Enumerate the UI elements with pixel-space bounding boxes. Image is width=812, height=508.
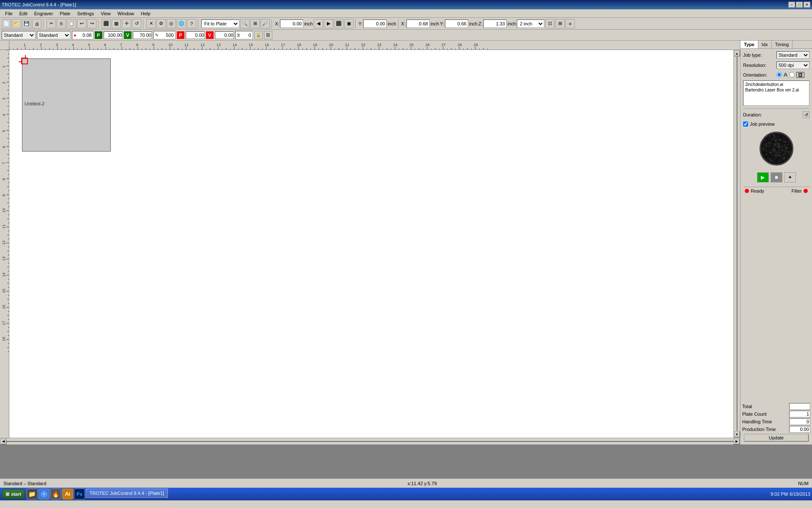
laser-button[interactable]: ◎ <box>167 19 176 28</box>
help-icon-button[interactable]: ? <box>187 19 196 28</box>
tab-idx[interactable]: Idx <box>758 41 772 48</box>
job-type-select[interactable]: Standard Optimized <box>776 51 809 59</box>
taskbar-firefox-icon[interactable]: 🔥 <box>50 489 61 500</box>
y2-label: Y: <box>440 21 444 26</box>
canvas-area[interactable]: Untitled-2 <box>9 50 733 438</box>
v2-button[interactable]: V <box>206 31 214 39</box>
counter-input[interactable] <box>241 31 251 39</box>
menu-help[interactable]: Help <box>137 10 154 17</box>
menu-view[interactable]: View <box>97 10 114 17</box>
active-window[interactable]: TROTEC JobControl 9.4.4 - [Plate1] <box>86 489 168 498</box>
scroll-left[interactable]: ◀ <box>0 439 6 444</box>
move-button[interactable]: ✛ <box>122 19 131 28</box>
nav1-button[interactable]: ◀ <box>314 19 323 28</box>
nav2-button[interactable]: ▶ <box>324 19 333 28</box>
open-button[interactable]: 📂 <box>12 19 21 28</box>
save-button[interactable]: 💾 <box>22 19 31 28</box>
copy-button[interactable]: ⎘ <box>57 19 66 28</box>
file-item-2[interactable]: Bartendro Laser Box ver 2.ai <box>744 87 808 93</box>
lock-icon[interactable]: 🔒 <box>254 31 263 39</box>
canvas-vscroll[interactable]: ▲ ▼ <box>733 50 740 438</box>
zoom-in-button[interactable]: 🔎 <box>261 19 270 28</box>
menu-edit[interactable]: Edit <box>16 10 31 17</box>
zoom-100-button[interactable]: ⊞ <box>250 19 260 28</box>
freq-input[interactable] <box>159 31 174 39</box>
job-preview-checkbox[interactable] <box>743 121 748 127</box>
delete-button[interactable]: ✕ <box>146 19 156 28</box>
x2-input[interactable] <box>406 19 430 28</box>
orientation-portrait-radio[interactable] <box>776 72 782 77</box>
taskbar-chrome-icon[interactable] <box>38 489 49 500</box>
cut-button[interactable]: ✂ <box>47 19 56 28</box>
p2-input[interactable] <box>186 31 205 39</box>
taskbar-photoshop-icon[interactable]: Ps <box>74 489 85 500</box>
scroll-down[interactable]: ▼ <box>734 431 740 437</box>
start-button[interactable]: ⊞ start <box>2 489 25 499</box>
y-input[interactable] <box>363 19 387 28</box>
sep2 <box>98 19 100 28</box>
bottom-area <box>0 444 812 478</box>
paste-button[interactable]: 📋 <box>67 19 76 28</box>
menu-file[interactable]: File <box>2 10 16 17</box>
menu-plate[interactable]: Plate <box>56 10 74 17</box>
p-value-input[interactable] <box>77 31 92 39</box>
v-scroll-thumb[interactable] <box>737 57 738 431</box>
v2-input[interactable] <box>215 31 234 39</box>
fit-dropdown[interactable]: Fit to Plate Fit to Window 100% <box>201 19 239 28</box>
icon-r1[interactable]: ⊡ <box>545 19 554 28</box>
menu-settings[interactable]: Settings <box>74 10 97 17</box>
star-button[interactable]: ✦ <box>784 172 796 182</box>
scroll-up[interactable]: ▲ <box>734 50 740 56</box>
settings-button[interactable]: ⚙ <box>156 19 166 28</box>
icon-r2[interactable]: ⊞ <box>555 19 565 28</box>
pwr-input[interactable] <box>104 31 123 39</box>
pause-button[interactable]: ■ <box>771 172 782 182</box>
menu-engraver[interactable]: Engraver <box>31 10 57 17</box>
nav3-button[interactable]: ⬛ <box>334 19 343 28</box>
menu-window[interactable]: Window <box>114 10 137 17</box>
p2-button[interactable]: P <box>177 31 184 39</box>
h-scroll-thumb[interactable] <box>6 441 734 442</box>
new-button[interactable]: 📄 <box>2 19 11 28</box>
update-button[interactable]: Update <box>744 434 809 442</box>
align-center-button[interactable]: ▦ <box>112 19 121 28</box>
job-preview-circle <box>760 132 793 166</box>
x-unit: inch <box>304 21 313 26</box>
rotate-button[interactable]: ↺ <box>132 19 141 28</box>
duration-refresh-button[interactable]: ↺ <box>803 111 809 118</box>
undo-button[interactable]: ↩ <box>77 19 86 28</box>
minimize-button[interactable]: − <box>788 2 795 8</box>
zoom-out-button[interactable]: 🔍 <box>240 19 250 28</box>
file-item-1[interactable]: 2inchdealerbutton.ai <box>744 82 808 87</box>
v-button[interactable]: V <box>124 31 132 39</box>
icon-r3[interactable]: ≡ <box>565 19 575 28</box>
z-input[interactable] <box>483 19 507 28</box>
tab-type[interactable]: Type <box>741 41 758 48</box>
scroll-right[interactable]: ▶ <box>734 439 740 444</box>
canvas-hscroll[interactable]: ◀ ▶ <box>0 438 740 444</box>
size-dropdown[interactable]: 2 inch 3 inch 4 inch <box>517 19 544 28</box>
redo-button[interactable]: ↪ <box>87 19 96 28</box>
restore-button[interactable]: □ <box>796 2 803 8</box>
tab-timing[interactable]: Timing <box>772 41 793 48</box>
play-button[interactable]: ▶ <box>757 172 769 182</box>
p-button[interactable]: P <box>95 31 102 39</box>
y2-input[interactable] <box>445 19 468 28</box>
sep3 <box>143 19 145 28</box>
resolution-select[interactable]: 250 dpi 333 dpi 500 dpi 1000 dpi <box>776 61 809 69</box>
num-label: NUM <box>798 481 809 486</box>
close-button[interactable]: ✕ <box>804 2 810 8</box>
taskbar-illustrator-icon[interactable]: Ai <box>62 489 73 500</box>
vel-input[interactable] <box>133 31 152 39</box>
nav4-button[interactable]: ▣ <box>344 19 354 28</box>
taskbar-folder-icon[interactable]: 📁 <box>27 489 38 500</box>
x-input[interactable] <box>280 19 303 28</box>
style-select1[interactable]: Standard Advanced <box>2 31 36 39</box>
orientation-landscape-radio[interactable] <box>789 72 795 77</box>
print-button[interactable]: 🖨 <box>32 19 41 28</box>
chrome-svg <box>41 491 47 497</box>
globe-button[interactable]: 🌐 <box>177 19 186 28</box>
chain-icon[interactable]: ⛓ <box>264 31 272 39</box>
align-left-button[interactable]: ⬛ <box>102 19 111 28</box>
style-select2[interactable]: Standard Advanced <box>37 31 71 39</box>
